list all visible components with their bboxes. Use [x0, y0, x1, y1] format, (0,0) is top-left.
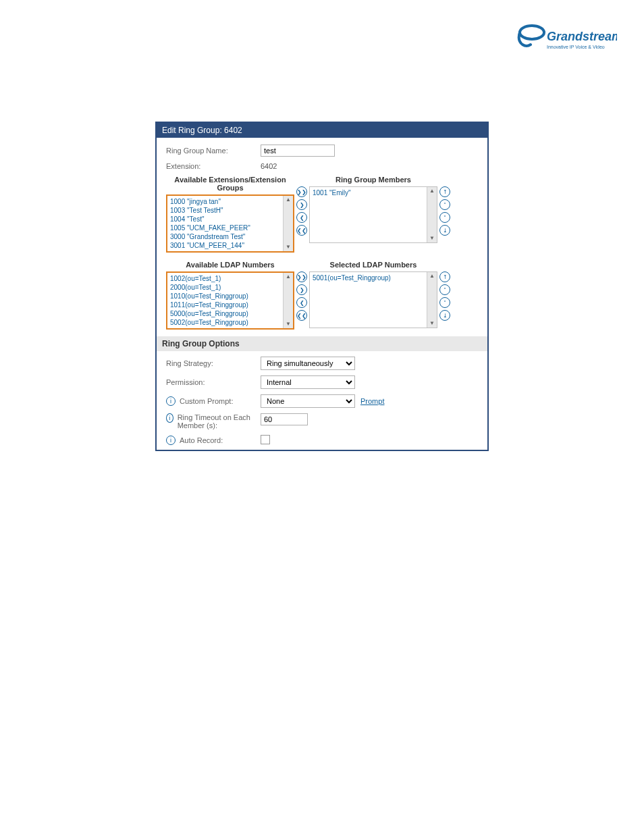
list-item[interactable]: 1003 "Test TestH": [170, 206, 290, 215]
auto-record-checkbox[interactable]: [261, 435, 270, 444]
brand-name: Grandstream: [547, 30, 617, 43]
info-icon[interactable]: i: [166, 436, 176, 445]
ring-strategy-select[interactable]: Ring simultaneously: [261, 357, 355, 370]
list-item[interactable]: 1011(ou=Test_Ringgroup): [170, 301, 290, 309]
permission-label: Permission:: [166, 378, 261, 386]
scroll-up-icon[interactable]: ▲: [286, 196, 291, 204]
list-item[interactable]: 1002(ou=Test_1): [170, 274, 290, 283]
remove-one-button[interactable]: ❮: [296, 297, 307, 308]
panel-title: Edit Ring Group: 6402: [157, 123, 487, 138]
list-item[interactable]: 1005 "UCM_FAKE_PEER": [170, 224, 290, 232]
info-icon[interactable]: i: [166, 396, 176, 406]
custom-prompt-label: Custom Prompt:: [180, 397, 233, 405]
ring-group-members-list[interactable]: 1001 "Emily" ▲ ▼: [309, 186, 437, 243]
extension-label: Extension:: [166, 162, 261, 170]
ring-timeout-label: Ring Timeout on Each Member (s):: [178, 413, 261, 429]
scrollbar[interactable]: ▲ ▼: [427, 272, 437, 328]
move-bottom-button[interactable]: ⤓: [439, 225, 450, 236]
custom-prompt-select[interactable]: None: [261, 394, 355, 408]
remove-one-button[interactable]: ❮: [296, 212, 307, 223]
permission-select[interactable]: Internal: [261, 375, 355, 389]
move-top-button[interactable]: ⤒: [439, 186, 450, 197]
scroll-down-icon[interactable]: ▼: [286, 320, 291, 328]
move-down-button[interactable]: ˅: [439, 212, 450, 223]
scroll-up-icon[interactable]: ▲: [429, 272, 435, 280]
add-one-button[interactable]: ❯: [296, 284, 307, 295]
list-item[interactable]: 3000 "Grandstream Test": [170, 232, 290, 241]
list-item[interactable]: 3001 "UCM_PEER_144": [170, 241, 290, 250]
info-icon[interactable]: i: [166, 413, 173, 423]
scroll-up-icon[interactable]: ▲: [429, 187, 435, 195]
brand-tagline: Innovative IP Voice & Video: [547, 45, 605, 49]
scrollbar[interactable]: ▲ ▼: [283, 196, 293, 251]
move-top-button[interactable]: ⤒: [439, 271, 450, 282]
ring-group-name-input[interactable]: [261, 145, 335, 157]
list-item[interactable]: 1004 "Test": [170, 215, 290, 224]
extension-value: 6402: [261, 162, 277, 170]
ring-group-members-title: Ring Group Members: [309, 176, 437, 184]
add-all-button[interactable]: ❯❯: [296, 271, 307, 282]
list-item[interactable]: 5001(ou=Test_Ringgroup): [313, 273, 434, 282]
list-item[interactable]: 2000(ou=Test_1): [170, 283, 290, 292]
available-ldap-title: Available LDAP Numbers: [166, 261, 294, 269]
remove-all-button[interactable]: ❮❮: [296, 310, 307, 321]
edit-ring-group-panel: Edit Ring Group: 6402 Ring Group Name: E…: [155, 122, 489, 451]
ring-strategy-label: Ring Strategy:: [166, 359, 261, 367]
scroll-up-icon[interactable]: ▲: [286, 273, 291, 281]
ring-group-name-label: Ring Group Name:: [166, 147, 261, 155]
extensions-dual-list: Available Extensions/Extension Groups 10…: [166, 176, 478, 253]
ring-group-options-header: Ring Group Options: [157, 336, 487, 351]
list-item[interactable]: 5002(ou=Test_Ringgroup): [170, 318, 290, 327]
logo-mark-icon: [519, 26, 544, 46]
auto-record-label: Auto Record:: [180, 436, 223, 444]
add-all-button[interactable]: ❯❯: [296, 186, 307, 197]
list-item[interactable]: 5000(ou=Test_Ringgroup): [170, 309, 290, 318]
svg-point-0: [520, 26, 544, 39]
prompt-link[interactable]: Prompt: [360, 397, 384, 405]
list-item[interactable]: 1010(ou=Test_Ringgroup): [170, 292, 290, 301]
available-extensions-title: Available Extensions/Extension Groups: [166, 176, 294, 192]
scroll-down-icon[interactable]: ▼: [429, 234, 435, 242]
selected-ldap-list[interactable]: 5001(ou=Test_Ringgroup) ▲ ▼: [309, 271, 437, 328]
ldap-dual-list: Available LDAP Numbers 1002(ou=Test_1) 2…: [166, 261, 478, 330]
move-bottom-button[interactable]: ⤓: [439, 310, 450, 321]
logo-area: Grandstream Innovative IP Voice & Video: [0, 0, 644, 61]
selected-ldap-title: Selected LDAP Numbers: [309, 261, 437, 269]
move-up-button[interactable]: ˄: [439, 284, 450, 295]
ring-timeout-input[interactable]: [261, 413, 308, 425]
list-item[interactable]: 1000 "jingya tan": [170, 197, 290, 206]
move-up-button[interactable]: ˄: [439, 199, 450, 210]
list-item[interactable]: 1001 "Emily": [313, 188, 434, 197]
scrollbar[interactable]: ▲ ▼: [427, 187, 437, 242]
move-down-button[interactable]: ˅: [439, 297, 450, 308]
remove-all-button[interactable]: ❮❮: [296, 225, 307, 236]
scrollbar[interactable]: ▲ ▼: [283, 273, 293, 328]
brand-logo: Grandstream Innovative IP Voice & Video: [516, 20, 617, 54]
available-extensions-list[interactable]: 1000 "jingya tan" 1003 "Test TestH" 1004…: [166, 194, 294, 253]
scroll-down-icon[interactable]: ▼: [286, 243, 291, 251]
available-ldap-list[interactable]: 1002(ou=Test_1) 2000(ou=Test_1) 1010(ou=…: [166, 271, 294, 330]
add-one-button[interactable]: ❯: [296, 199, 307, 210]
scroll-down-icon[interactable]: ▼: [429, 319, 435, 328]
